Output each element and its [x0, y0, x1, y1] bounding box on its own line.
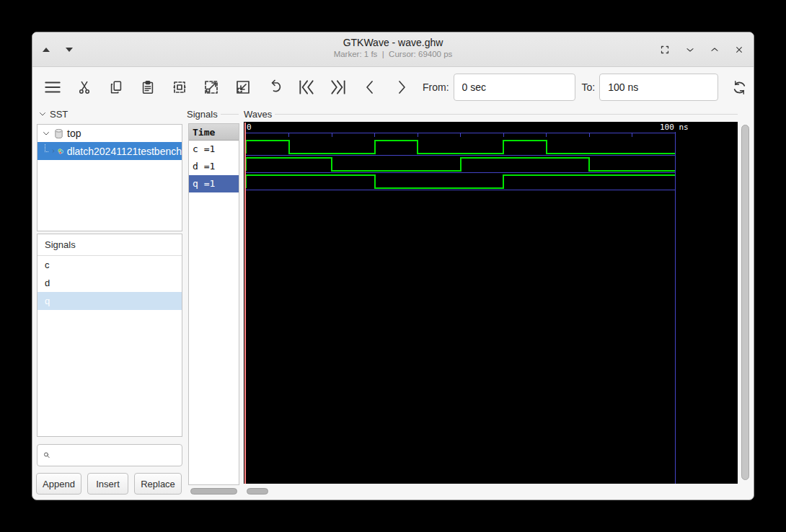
- menu-icon[interactable]: [40, 75, 65, 99]
- facility-list: Signals c d q: [37, 234, 182, 437]
- sst-tree: top dlatch20241121testbench: [37, 124, 182, 231]
- zoom-out-icon[interactable]: [231, 75, 255, 99]
- signal-list-header: Signals: [187, 108, 239, 120]
- facility-item-q[interactable]: q: [37, 292, 182, 310]
- insert-button[interactable]: Insert: [87, 473, 128, 495]
- chevron-right-icon[interactable]: [51, 147, 56, 155]
- replace-button[interactable]: Replace: [134, 473, 182, 495]
- search-input[interactable]: [55, 445, 182, 466]
- to-label: To:: [582, 81, 596, 93]
- zoom-fit-icon[interactable]: [167, 75, 192, 99]
- waves-header: Waves: [244, 108, 738, 120]
- cut-icon[interactable]: [72, 75, 97, 99]
- zoom-in-icon[interactable]: [199, 75, 224, 99]
- chevron-down-icon[interactable]: [42, 129, 50, 138]
- from-label: From:: [423, 81, 449, 93]
- facility-item-d[interactable]: d: [37, 274, 182, 292]
- sst-expander-icon[interactable]: [38, 110, 47, 118]
- back-icon[interactable]: [358, 75, 382, 99]
- search-icon: [43, 450, 50, 461]
- wave-trace-d: [246, 158, 675, 171]
- zoom-undo-icon[interactable]: [262, 75, 287, 99]
- wave-canvas[interactable]: 0100 ns: [244, 122, 738, 484]
- reload-icon[interactable]: [727, 75, 751, 99]
- paste-icon[interactable]: [136, 75, 160, 99]
- maximize-icon[interactable]: [709, 44, 720, 56]
- to-end-icon[interactable]: [326, 75, 350, 99]
- cylinder-icon: [53, 128, 64, 139]
- wave-hscrollbar[interactable]: [247, 488, 268, 495]
- time-header: Time: [189, 124, 239, 141]
- to-input[interactable]: [599, 74, 718, 101]
- sst-header: SST: [38, 108, 81, 120]
- window-title: GTKWave - wave.ghw: [32, 37, 754, 48]
- signal-search-box: [37, 444, 182, 466]
- axis-start-label: 0: [247, 123, 252, 132]
- facility-item-c[interactable]: c: [37, 256, 182, 274]
- tree-connector: [45, 144, 48, 152]
- to-start-icon[interactable]: [294, 75, 319, 99]
- signal-name-panel: Time c =1 d =1 q =1: [188, 123, 239, 485]
- from-input[interactable]: [454, 74, 575, 101]
- signal-row-c[interactable]: c =1: [189, 141, 239, 158]
- restore-icon[interactable]: [658, 43, 671, 56]
- gtkwave-window: GTKWave - wave.ghw Marker: 1 fs | Cursor…: [32, 32, 754, 500]
- toolbar: From: To:: [32, 67, 754, 107]
- signal-row-d[interactable]: d =1: [189, 158, 239, 175]
- marker-cursor-status: Marker: 1 fs | Cursor: 69400 ps: [32, 50, 754, 58]
- titlebar: GTKWave - wave.ghw Marker: 1 fs | Cursor…: [32, 32, 754, 67]
- forward-icon[interactable]: [389, 75, 414, 99]
- wave-trace-q: [246, 175, 675, 188]
- signal-row-q[interactable]: q =1: [189, 175, 239, 192]
- facility-list-header: Signals: [37, 234, 182, 256]
- waveform-svg: 0100 ns: [244, 122, 738, 484]
- tree-item-dlatch[interactable]: dlatch20241121testbench: [37, 142, 182, 160]
- wave-trace-c: [246, 141, 675, 154]
- copy-icon[interactable]: [104, 75, 128, 99]
- tree-item-top[interactable]: top: [37, 125, 182, 142]
- append-button[interactable]: Append: [36, 473, 81, 495]
- minimize-icon[interactable]: [684, 44, 696, 56]
- wave-vscrollbar[interactable]: [741, 125, 749, 480]
- signal-panel-hscrollbar[interactable]: [190, 488, 237, 495]
- close-icon[interactable]: [733, 44, 745, 56]
- module-icon: [58, 146, 63, 157]
- axis-end-label: 100 ns: [660, 123, 689, 132]
